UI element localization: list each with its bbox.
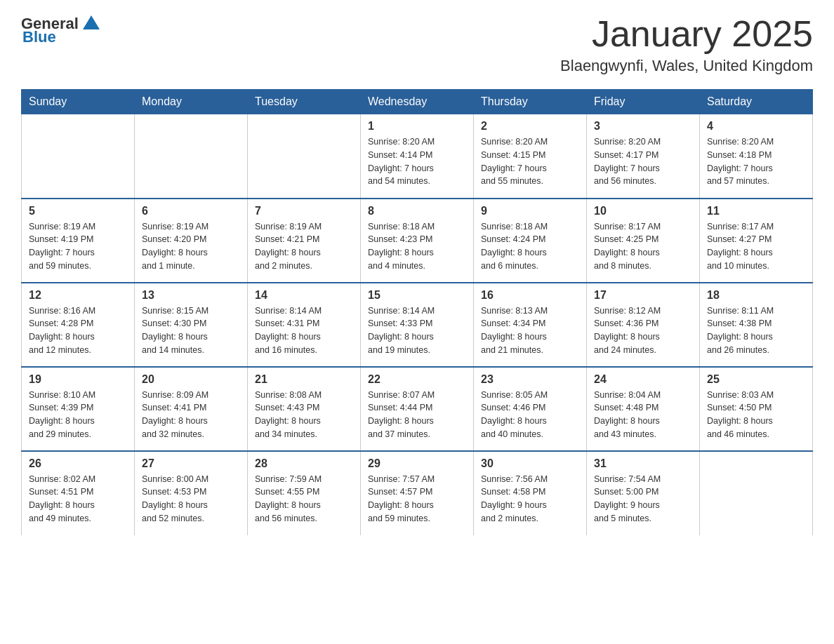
- calendar-cell: 23Sunrise: 8:05 AM Sunset: 4:46 PM Dayli…: [474, 367, 587, 451]
- calendar-cell: 3Sunrise: 8:20 AM Sunset: 4:17 PM Daylig…: [587, 114, 700, 199]
- day-number: 22: [368, 373, 466, 386]
- calendar-header-row: SundayMondayTuesdayWednesdayThursdayFrid…: [22, 90, 813, 114]
- day-number: 10: [594, 205, 692, 217]
- calendar-cell: 21Sunrise: 8:08 AM Sunset: 4:43 PM Dayli…: [248, 367, 361, 451]
- day-number: 18: [707, 289, 805, 302]
- day-number: 2: [481, 120, 579, 133]
- calendar-cell: 10Sunrise: 8:17 AM Sunset: 4:25 PM Dayli…: [587, 199, 700, 283]
- calendar-cell: 24Sunrise: 8:04 AM Sunset: 4:48 PM Dayli…: [587, 367, 700, 451]
- calendar-cell: 1Sunrise: 8:20 AM Sunset: 4:14 PM Daylig…: [361, 114, 474, 199]
- day-info: Sunrise: 8:17 AM Sunset: 4:27 PM Dayligh…: [707, 220, 805, 273]
- day-info: Sunrise: 8:19 AM Sunset: 4:20 PM Dayligh…: [142, 220, 240, 273]
- day-header-friday: Friday: [587, 90, 700, 114]
- logo: General Blue: [21, 14, 101, 46]
- day-info: Sunrise: 8:02 AM Sunset: 4:51 PM Dayligh…: [29, 473, 127, 525]
- day-number: 7: [255, 205, 353, 217]
- day-number: 12: [29, 289, 127, 302]
- calendar-cell: 26Sunrise: 8:02 AM Sunset: 4:51 PM Dayli…: [22, 451, 135, 535]
- calendar-table: SundayMondayTuesdayWednesdayThursdayFrid…: [21, 89, 813, 535]
- day-info: Sunrise: 7:57 AM Sunset: 4:57 PM Dayligh…: [368, 473, 466, 525]
- calendar-cell: 15Sunrise: 8:14 AM Sunset: 4:33 PM Dayli…: [361, 283, 474, 367]
- calendar-cell: 22Sunrise: 8:07 AM Sunset: 4:44 PM Dayli…: [361, 367, 474, 451]
- calendar-cell: [22, 114, 135, 199]
- day-number: 24: [594, 373, 692, 386]
- day-info: Sunrise: 8:16 AM Sunset: 4:28 PM Dayligh…: [29, 304, 127, 357]
- day-number: 17: [594, 289, 692, 302]
- calendar-cell: 2Sunrise: 8:20 AM Sunset: 4:15 PM Daylig…: [474, 114, 587, 199]
- calendar-cell: 16Sunrise: 8:13 AM Sunset: 4:34 PM Dayli…: [474, 283, 587, 367]
- calendar-cell: 4Sunrise: 8:20 AM Sunset: 4:18 PM Daylig…: [700, 114, 813, 199]
- calendar-cell: 31Sunrise: 7:54 AM Sunset: 5:00 PM Dayli…: [587, 451, 700, 535]
- day-info: Sunrise: 8:14 AM Sunset: 4:31 PM Dayligh…: [255, 304, 353, 357]
- day-info: Sunrise: 8:10 AM Sunset: 4:39 PM Dayligh…: [29, 389, 127, 441]
- day-info: Sunrise: 8:05 AM Sunset: 4:46 PM Dayligh…: [481, 389, 579, 441]
- day-number: 1: [368, 120, 466, 133]
- day-number: 15: [368, 289, 466, 302]
- day-number: 9: [481, 205, 579, 217]
- calendar-cell: [135, 114, 248, 199]
- calendar-cell: 27Sunrise: 8:00 AM Sunset: 4:53 PM Dayli…: [135, 451, 248, 535]
- calendar-cell: 5Sunrise: 8:19 AM Sunset: 4:19 PM Daylig…: [22, 199, 135, 283]
- day-info: Sunrise: 8:20 AM Sunset: 4:17 PM Dayligh…: [594, 135, 692, 188]
- logo-blue: Blue: [22, 28, 56, 46]
- day-info: Sunrise: 7:56 AM Sunset: 4:58 PM Dayligh…: [481, 473, 579, 525]
- logo-icon: [81, 14, 101, 34]
- day-number: 31: [594, 457, 692, 470]
- day-info: Sunrise: 8:00 AM Sunset: 4:53 PM Dayligh…: [142, 473, 240, 525]
- day-info: Sunrise: 8:18 AM Sunset: 4:23 PM Dayligh…: [368, 220, 466, 273]
- day-info: Sunrise: 8:04 AM Sunset: 4:48 PM Dayligh…: [594, 389, 692, 441]
- day-info: Sunrise: 8:08 AM Sunset: 4:43 PM Dayligh…: [255, 389, 353, 441]
- day-number: 3: [594, 120, 692, 133]
- day-number: 28: [255, 457, 353, 470]
- day-number: 8: [368, 205, 466, 217]
- calendar-cell: 20Sunrise: 8:09 AM Sunset: 4:41 PM Dayli…: [135, 367, 248, 451]
- calendar-title: January 2025: [560, 14, 813, 54]
- day-number: 6: [142, 205, 240, 217]
- day-number: 11: [707, 205, 805, 217]
- day-info: Sunrise: 8:15 AM Sunset: 4:30 PM Dayligh…: [142, 304, 240, 357]
- day-info: Sunrise: 8:17 AM Sunset: 4:25 PM Dayligh…: [594, 220, 692, 273]
- day-number: 26: [29, 457, 127, 470]
- day-number: 19: [29, 373, 127, 386]
- day-number: 23: [481, 373, 579, 386]
- calendar-week-row: 1Sunrise: 8:20 AM Sunset: 4:14 PM Daylig…: [22, 114, 813, 199]
- day-header-thursday: Thursday: [474, 90, 587, 114]
- day-header-sunday: Sunday: [22, 90, 135, 114]
- day-header-wednesday: Wednesday: [361, 90, 474, 114]
- calendar-cell: 30Sunrise: 7:56 AM Sunset: 4:58 PM Dayli…: [474, 451, 587, 535]
- calendar-cell: 14Sunrise: 8:14 AM Sunset: 4:31 PM Dayli…: [248, 283, 361, 367]
- day-info: Sunrise: 8:09 AM Sunset: 4:41 PM Dayligh…: [142, 389, 240, 441]
- day-number: 30: [481, 457, 579, 470]
- page-header: General Blue January 2025 Blaengwynfi, W…: [21, 14, 813, 75]
- day-header-monday: Monday: [135, 90, 248, 114]
- day-info: Sunrise: 8:03 AM Sunset: 4:50 PM Dayligh…: [707, 389, 805, 441]
- day-info: Sunrise: 8:14 AM Sunset: 4:33 PM Dayligh…: [368, 304, 466, 357]
- day-number: 25: [707, 373, 805, 386]
- day-info: Sunrise: 7:59 AM Sunset: 4:55 PM Dayligh…: [255, 473, 353, 525]
- day-number: 20: [142, 373, 240, 386]
- day-number: 4: [707, 120, 805, 133]
- calendar-cell: 8Sunrise: 8:18 AM Sunset: 4:23 PM Daylig…: [361, 199, 474, 283]
- title-block: January 2025 Blaengwynfi, Wales, United …: [560, 14, 813, 75]
- calendar-cell: 7Sunrise: 8:19 AM Sunset: 4:21 PM Daylig…: [248, 199, 361, 283]
- calendar-subtitle: Blaengwynfi, Wales, United Kingdom: [560, 57, 813, 75]
- day-info: Sunrise: 8:20 AM Sunset: 4:18 PM Dayligh…: [707, 135, 805, 188]
- svg-marker-0: [83, 15, 100, 29]
- calendar-cell: 6Sunrise: 8:19 AM Sunset: 4:20 PM Daylig…: [135, 199, 248, 283]
- day-info: Sunrise: 8:19 AM Sunset: 4:21 PM Dayligh…: [255, 220, 353, 273]
- day-number: 21: [255, 373, 353, 386]
- day-number: 5: [29, 205, 127, 217]
- calendar-cell: 28Sunrise: 7:59 AM Sunset: 4:55 PM Dayli…: [248, 451, 361, 535]
- calendar-cell: 25Sunrise: 8:03 AM Sunset: 4:50 PM Dayli…: [700, 367, 813, 451]
- calendar-cell: 9Sunrise: 8:18 AM Sunset: 4:24 PM Daylig…: [474, 199, 587, 283]
- day-number: 13: [142, 289, 240, 302]
- calendar-cell: 12Sunrise: 8:16 AM Sunset: 4:28 PM Dayli…: [22, 283, 135, 367]
- day-header-saturday: Saturday: [700, 90, 813, 114]
- day-number: 14: [255, 289, 353, 302]
- day-info: Sunrise: 7:54 AM Sunset: 5:00 PM Dayligh…: [594, 473, 692, 525]
- day-info: Sunrise: 8:07 AM Sunset: 4:44 PM Dayligh…: [368, 389, 466, 441]
- calendar-cell: 19Sunrise: 8:10 AM Sunset: 4:39 PM Dayli…: [22, 367, 135, 451]
- day-info: Sunrise: 8:13 AM Sunset: 4:34 PM Dayligh…: [481, 304, 579, 357]
- calendar-cell: 29Sunrise: 7:57 AM Sunset: 4:57 PM Dayli…: [361, 451, 474, 535]
- day-info: Sunrise: 8:20 AM Sunset: 4:15 PM Dayligh…: [481, 135, 579, 188]
